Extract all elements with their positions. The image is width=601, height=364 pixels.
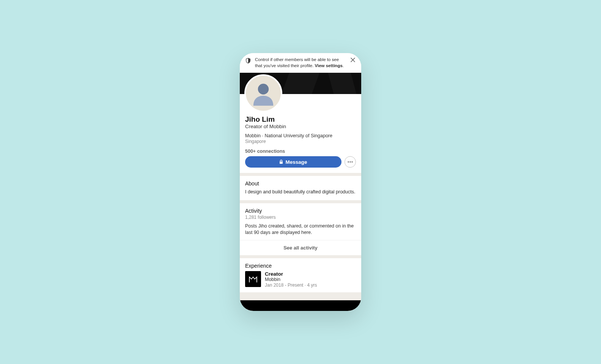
lock-icon	[279, 160, 283, 164]
svg-point-0	[258, 84, 269, 94]
experience-heading: Experience	[245, 263, 356, 269]
experience-dates: Jan 2018 - Present · 4 yrs	[265, 282, 356, 288]
experience-company: Mobbin	[265, 277, 356, 282]
more-button[interactable]	[345, 156, 356, 168]
activity-text: Posts Jiho created, shared, or commented…	[245, 223, 356, 236]
experience-section: Experience Creator Mobbin Jan 2018 - Pre…	[240, 258, 361, 292]
message-button[interactable]: Message	[245, 156, 341, 168]
about-section: About I design and build beautifully cra…	[240, 176, 361, 200]
profile-location: Singapore	[245, 139, 356, 144]
see-all-activity-button[interactable]: See all activity	[240, 240, 361, 255]
message-label: Message	[285, 159, 307, 165]
home-indicator	[240, 300, 361, 311]
svg-point-4	[352, 162, 353, 163]
svg-point-3	[350, 162, 351, 163]
shield-icon	[245, 57, 251, 64]
phone-frame: Control if other members will be able to…	[240, 53, 361, 311]
person-icon	[250, 80, 277, 107]
privacy-notice: Control if other members will be able to…	[240, 53, 361, 73]
activity-section: Activity 1,281 followers Posts Jiho crea…	[240, 203, 361, 255]
profile-org: Mobbin · National University of Singapor…	[245, 133, 356, 138]
experience-info: Creator Mobbin Jan 2018 - Present · 4 yr…	[265, 271, 356, 288]
company-logo	[245, 271, 261, 287]
profile-headline: Creator of Mobbin	[245, 124, 356, 129]
svg-point-2	[348, 162, 349, 163]
close-notice-button[interactable]	[350, 57, 356, 63]
followers-count[interactable]: 1,281 followers	[245, 215, 356, 220]
about-heading: About	[245, 180, 356, 187]
screen: Control if other members will be able to…	[240, 53, 361, 311]
experience-item[interactable]: Creator Mobbin Jan 2018 - Present · 4 yr…	[245, 271, 356, 288]
about-text: I design and build beautifully crafted d…	[245, 189, 356, 196]
close-icon	[351, 58, 355, 62]
profile-header: Jiho Lim Creator of Mobbin Mobbin · Nati…	[240, 94, 361, 173]
svg-rect-1	[280, 162, 283, 164]
mobbin-logo-icon	[248, 274, 258, 284]
notice-text: Control if other members will be able to…	[255, 57, 346, 69]
activity-heading: Activity	[245, 208, 356, 214]
avatar[interactable]	[244, 74, 282, 112]
notice-link[interactable]: View settings	[315, 63, 343, 68]
connections-count[interactable]: 500+ connections	[245, 149, 356, 154]
profile-actions: Message	[245, 156, 356, 168]
more-icon	[348, 161, 353, 163]
experience-title: Creator	[265, 271, 356, 277]
